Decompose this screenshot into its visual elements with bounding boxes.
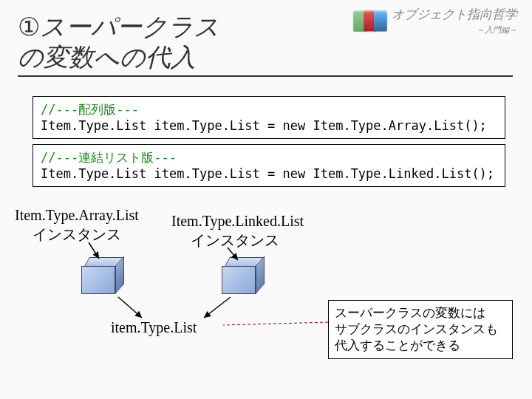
note-line1: スーパークラスの変数には bbox=[335, 305, 506, 321]
note-line3: 代入することができる bbox=[335, 338, 506, 354]
cube-array-instance bbox=[81, 257, 126, 294]
array-instance-label: インスタンス bbox=[33, 225, 121, 245]
title-line1: スーパークラス bbox=[40, 13, 219, 41]
linked-instance-label: インスタンス bbox=[191, 231, 279, 250]
code-line-array: Item.Type.List item.Type.List = new Item… bbox=[41, 117, 497, 134]
code-comment-array: //---配列版--- bbox=[41, 101, 497, 117]
arrow-array-to-cube bbox=[89, 242, 99, 259]
cube-linked-instance bbox=[222, 257, 266, 294]
code-box-array: //---配列版--- Item.Type.List item.Type.Lis… bbox=[33, 96, 505, 139]
dashed-connector bbox=[223, 322, 328, 325]
code-box-linked: //---連結リスト版--- Item.Type.List item.Type.… bbox=[33, 144, 505, 187]
code-line-linked: Item.Type.List item.Type.List = new Item… bbox=[41, 166, 497, 182]
explanation-note: スーパークラスの変数には サブクラスのインスタンスも 代入することができる bbox=[328, 300, 513, 359]
slide-number: ① bbox=[18, 12, 40, 42]
title-line2: の変数への代入 bbox=[18, 43, 196, 71]
slide-title: ①スーパークラス の変数への代入 bbox=[18, 12, 513, 77]
code-comment-linked: //---連結リスト版--- bbox=[41, 149, 497, 166]
arrow-cubeA-to-var bbox=[118, 297, 142, 318]
array-class-label: Item.Type.Array.List bbox=[15, 207, 139, 224]
linked-class-label: Item.Type.Linked.List bbox=[171, 213, 304, 230]
item-variable-label: item.Type.List bbox=[111, 319, 197, 336]
arrow-cubeB-to-var bbox=[204, 297, 231, 318]
note-line2: サブクラスのインスタンスも bbox=[335, 321, 506, 338]
